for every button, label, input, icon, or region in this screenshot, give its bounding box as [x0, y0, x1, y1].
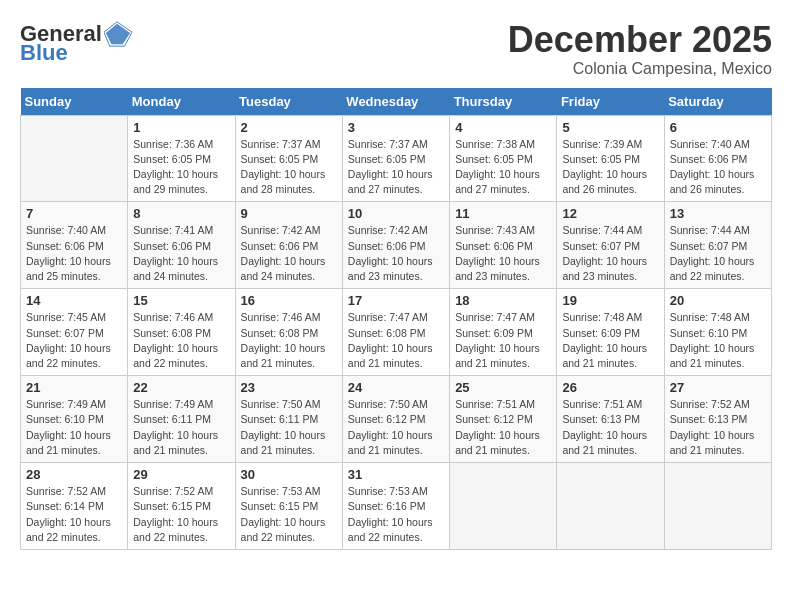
day-number: 8 — [133, 206, 229, 221]
day-detail: Sunrise: 7:41 AM Sunset: 6:06 PM Dayligh… — [133, 223, 229, 284]
day-number: 22 — [133, 380, 229, 395]
table-cell: 11Sunrise: 7:43 AM Sunset: 6:06 PM Dayli… — [450, 202, 557, 289]
day-number: 4 — [455, 120, 551, 135]
table-cell: 16Sunrise: 7:46 AM Sunset: 6:08 PM Dayli… — [235, 289, 342, 376]
page-header: General Blue December 2025 Colonia Campe… — [20, 20, 772, 78]
day-detail: Sunrise: 7:43 AM Sunset: 6:06 PM Dayligh… — [455, 223, 551, 284]
title-block: December 2025 Colonia Campesina, Mexico — [508, 20, 772, 78]
table-cell: 8Sunrise: 7:41 AM Sunset: 6:06 PM Daylig… — [128, 202, 235, 289]
table-cell: 4Sunrise: 7:38 AM Sunset: 6:05 PM Daylig… — [450, 115, 557, 202]
location-title: Colonia Campesina, Mexico — [508, 60, 772, 78]
table-cell: 22Sunrise: 7:49 AM Sunset: 6:11 PM Dayli… — [128, 376, 235, 463]
day-detail: Sunrise: 7:52 AM Sunset: 6:15 PM Dayligh… — [133, 484, 229, 545]
day-number: 20 — [670, 293, 766, 308]
table-cell: 23Sunrise: 7:50 AM Sunset: 6:11 PM Dayli… — [235, 376, 342, 463]
day-number: 23 — [241, 380, 337, 395]
day-number: 3 — [348, 120, 444, 135]
week-row-1: 1Sunrise: 7:36 AM Sunset: 6:05 PM Daylig… — [21, 115, 772, 202]
day-detail: Sunrise: 7:48 AM Sunset: 6:09 PM Dayligh… — [562, 310, 658, 371]
table-cell: 27Sunrise: 7:52 AM Sunset: 6:13 PM Dayli… — [664, 376, 771, 463]
day-number: 14 — [26, 293, 122, 308]
table-cell: 24Sunrise: 7:50 AM Sunset: 6:12 PM Dayli… — [342, 376, 449, 463]
table-cell: 1Sunrise: 7:36 AM Sunset: 6:05 PM Daylig… — [128, 115, 235, 202]
day-number: 1 — [133, 120, 229, 135]
day-detail: Sunrise: 7:47 AM Sunset: 6:09 PM Dayligh… — [455, 310, 551, 371]
day-detail: Sunrise: 7:53 AM Sunset: 6:15 PM Dayligh… — [241, 484, 337, 545]
day-number: 11 — [455, 206, 551, 221]
table-cell: 31Sunrise: 7:53 AM Sunset: 6:16 PM Dayli… — [342, 463, 449, 550]
day-detail: Sunrise: 7:40 AM Sunset: 6:06 PM Dayligh… — [26, 223, 122, 284]
day-detail: Sunrise: 7:50 AM Sunset: 6:11 PM Dayligh… — [241, 397, 337, 458]
day-number: 9 — [241, 206, 337, 221]
weekday-header-saturday: Saturday — [664, 88, 771, 116]
day-number: 30 — [241, 467, 337, 482]
day-number: 15 — [133, 293, 229, 308]
weekday-header-friday: Friday — [557, 88, 664, 116]
table-cell: 6Sunrise: 7:40 AM Sunset: 6:06 PM Daylig… — [664, 115, 771, 202]
day-number: 7 — [26, 206, 122, 221]
table-cell: 19Sunrise: 7:48 AM Sunset: 6:09 PM Dayli… — [557, 289, 664, 376]
table-cell: 14Sunrise: 7:45 AM Sunset: 6:07 PM Dayli… — [21, 289, 128, 376]
day-detail: Sunrise: 7:44 AM Sunset: 6:07 PM Dayligh… — [562, 223, 658, 284]
day-detail: Sunrise: 7:51 AM Sunset: 6:13 PM Dayligh… — [562, 397, 658, 458]
day-number: 16 — [241, 293, 337, 308]
day-number: 29 — [133, 467, 229, 482]
table-cell: 13Sunrise: 7:44 AM Sunset: 6:07 PM Dayli… — [664, 202, 771, 289]
table-cell: 10Sunrise: 7:42 AM Sunset: 6:06 PM Dayli… — [342, 202, 449, 289]
svg-marker-0 — [106, 24, 130, 45]
day-number: 28 — [26, 467, 122, 482]
day-number: 2 — [241, 120, 337, 135]
day-detail: Sunrise: 7:39 AM Sunset: 6:05 PM Dayligh… — [562, 137, 658, 198]
table-cell: 5Sunrise: 7:39 AM Sunset: 6:05 PM Daylig… — [557, 115, 664, 202]
day-detail: Sunrise: 7:38 AM Sunset: 6:05 PM Dayligh… — [455, 137, 551, 198]
table-cell: 21Sunrise: 7:49 AM Sunset: 6:10 PM Dayli… — [21, 376, 128, 463]
day-detail: Sunrise: 7:46 AM Sunset: 6:08 PM Dayligh… — [241, 310, 337, 371]
table-cell — [557, 463, 664, 550]
day-number: 10 — [348, 206, 444, 221]
day-number: 27 — [670, 380, 766, 395]
day-number: 19 — [562, 293, 658, 308]
table-cell: 2Sunrise: 7:37 AM Sunset: 6:05 PM Daylig… — [235, 115, 342, 202]
day-number: 31 — [348, 467, 444, 482]
day-number: 26 — [562, 380, 658, 395]
day-detail: Sunrise: 7:40 AM Sunset: 6:06 PM Dayligh… — [670, 137, 766, 198]
table-cell: 25Sunrise: 7:51 AM Sunset: 6:12 PM Dayli… — [450, 376, 557, 463]
day-detail: Sunrise: 7:37 AM Sunset: 6:05 PM Dayligh… — [348, 137, 444, 198]
table-cell: 28Sunrise: 7:52 AM Sunset: 6:14 PM Dayli… — [21, 463, 128, 550]
weekday-header-tuesday: Tuesday — [235, 88, 342, 116]
day-detail: Sunrise: 7:36 AM Sunset: 6:05 PM Dayligh… — [133, 137, 229, 198]
day-number: 25 — [455, 380, 551, 395]
table-cell: 30Sunrise: 7:53 AM Sunset: 6:15 PM Dayli… — [235, 463, 342, 550]
weekday-header-monday: Monday — [128, 88, 235, 116]
day-detail: Sunrise: 7:49 AM Sunset: 6:11 PM Dayligh… — [133, 397, 229, 458]
calendar-table: SundayMondayTuesdayWednesdayThursdayFrid… — [20, 88, 772, 550]
month-title: December 2025 — [508, 20, 772, 60]
day-detail: Sunrise: 7:52 AM Sunset: 6:14 PM Dayligh… — [26, 484, 122, 545]
table-cell: 18Sunrise: 7:47 AM Sunset: 6:09 PM Dayli… — [450, 289, 557, 376]
day-detail: Sunrise: 7:53 AM Sunset: 6:16 PM Dayligh… — [348, 484, 444, 545]
table-cell: 9Sunrise: 7:42 AM Sunset: 6:06 PM Daylig… — [235, 202, 342, 289]
day-detail: Sunrise: 7:42 AM Sunset: 6:06 PM Dayligh… — [348, 223, 444, 284]
day-number: 12 — [562, 206, 658, 221]
day-detail: Sunrise: 7:50 AM Sunset: 6:12 PM Dayligh… — [348, 397, 444, 458]
table-cell: 26Sunrise: 7:51 AM Sunset: 6:13 PM Dayli… — [557, 376, 664, 463]
weekday-header-wednesday: Wednesday — [342, 88, 449, 116]
table-cell: 17Sunrise: 7:47 AM Sunset: 6:08 PM Dayli… — [342, 289, 449, 376]
logo-icon — [104, 20, 132, 48]
table-cell: 7Sunrise: 7:40 AM Sunset: 6:06 PM Daylig… — [21, 202, 128, 289]
day-detail: Sunrise: 7:42 AM Sunset: 6:06 PM Dayligh… — [241, 223, 337, 284]
table-cell — [450, 463, 557, 550]
day-detail: Sunrise: 7:44 AM Sunset: 6:07 PM Dayligh… — [670, 223, 766, 284]
table-cell: 3Sunrise: 7:37 AM Sunset: 6:05 PM Daylig… — [342, 115, 449, 202]
day-detail: Sunrise: 7:49 AM Sunset: 6:10 PM Dayligh… — [26, 397, 122, 458]
day-detail: Sunrise: 7:52 AM Sunset: 6:13 PM Dayligh… — [670, 397, 766, 458]
table-cell — [664, 463, 771, 550]
weekday-header-thursday: Thursday — [450, 88, 557, 116]
week-row-2: 7Sunrise: 7:40 AM Sunset: 6:06 PM Daylig… — [21, 202, 772, 289]
day-detail: Sunrise: 7:47 AM Sunset: 6:08 PM Dayligh… — [348, 310, 444, 371]
day-detail: Sunrise: 7:48 AM Sunset: 6:10 PM Dayligh… — [670, 310, 766, 371]
week-row-3: 14Sunrise: 7:45 AM Sunset: 6:07 PM Dayli… — [21, 289, 772, 376]
day-number: 21 — [26, 380, 122, 395]
day-number: 13 — [670, 206, 766, 221]
day-detail: Sunrise: 7:51 AM Sunset: 6:12 PM Dayligh… — [455, 397, 551, 458]
